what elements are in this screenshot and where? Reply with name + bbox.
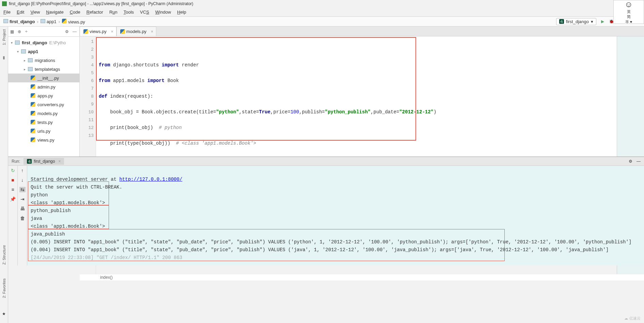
menu-edit[interactable]: Edit	[17, 10, 24, 15]
django-icon: dj	[27, 159, 32, 164]
close-icon[interactable]: ×	[58, 159, 61, 164]
rerun-button[interactable]: ↻	[11, 168, 15, 173]
run-label: Run:	[12, 159, 20, 164]
gear-icon[interactable]: ⚙	[65, 29, 70, 34]
collapse-icon[interactable]: ÷	[25, 29, 30, 34]
menu-tools[interactable]: Tools	[124, 10, 134, 15]
hide-icon[interactable]: —	[637, 159, 641, 164]
current-line-highlight	[96, 85, 617, 93]
tool-structure[interactable]: Z: Structure	[2, 245, 6, 264]
menu-file[interactable]: File	[3, 10, 11, 15]
run-button[interactable]: ▶	[600, 19, 605, 24]
tab-models[interactable]: models.py×	[116, 27, 156, 36]
bookmark-icon[interactable]: ▮	[3, 55, 5, 60]
function-breadcrumb[interactable]: index()	[80, 274, 644, 280]
wrap-icon[interactable]: ⇆	[19, 187, 26, 192]
run-console[interactable]: Starting development server at http://12…	[27, 166, 644, 265]
tree-migrations[interactable]: ▸migrations	[8, 56, 79, 65]
annotation-box-3	[28, 229, 505, 261]
crumb-app1[interactable]: app1	[41, 19, 57, 24]
python-file-icon	[31, 138, 35, 142]
python-file-icon	[31, 84, 35, 89]
menu-help[interactable]: Help	[177, 10, 186, 15]
menu-vcs[interactable]: VCS	[140, 10, 149, 15]
tree-app1[interactable]: ▾app1	[8, 47, 79, 56]
menubar: File Edit View Navigate Code Refactor Ru…	[0, 7, 644, 16]
star-icon[interactable]: ★	[2, 311, 6, 316]
python-file-icon	[62, 19, 67, 23]
tree-init[interactable]: __init__.py	[8, 74, 79, 82]
crumb-file[interactable]: views.py	[62, 19, 85, 25]
python-file-icon	[31, 93, 35, 98]
pin-icon[interactable]: 📌	[10, 196, 16, 202]
menu-run[interactable]: Run	[109, 10, 117, 15]
tree-models[interactable]: models.py	[8, 109, 79, 118]
menu-window[interactable]: Window	[155, 10, 171, 15]
tab-views[interactable]: views.py×	[80, 27, 116, 36]
scroll-icon[interactable]: ⇥	[20, 196, 25, 202]
tree-admin[interactable]: admin.py	[8, 82, 79, 91]
run-toolbar-2: ↑ ↓ ⇆ ⇥ 🖶 🗑	[18, 166, 27, 265]
folder-icon	[15, 41, 20, 45]
folder-icon	[28, 67, 33, 71]
tree-apps[interactable]: apps.py	[8, 91, 79, 100]
run-tab[interactable]: dj first_django ×	[23, 158, 64, 165]
python-file-icon	[31, 76, 35, 80]
run-panel: Run: dj first_django × ⚙ — ↻ ■ ≡ 📌 ↑ ↓ ⇆…	[8, 157, 644, 265]
close-icon[interactable]: ×	[111, 29, 113, 34]
left-tool-rail: 1: Project ▮	[0, 27, 8, 157]
print-icon[interactable]: 🖶	[20, 206, 25, 211]
folder-icon	[21, 49, 26, 53]
gear-icon[interactable]: ⚙	[629, 159, 632, 164]
menu-code[interactable]: Code	[70, 10, 80, 15]
project-panel: ▦ ⊕ ÷ ⚙ — ▾first_djangoE:\Pytho ▾app1 ▸m…	[8, 27, 80, 157]
chevron-right-icon: ›	[59, 19, 60, 24]
annotation-box-1	[28, 181, 109, 205]
select-opened-icon[interactable]: ⊕	[18, 29, 22, 34]
trash-icon[interactable]: 🗑	[20, 215, 25, 221]
run-toolbar-1: ↻ ■ ≡ 📌	[8, 166, 18, 265]
left-bottom-rail: Z: Structure 2: Favorites ★	[0, 157, 8, 323]
chevron-down-icon: ▾	[591, 19, 593, 24]
tree-converters[interactable]: converters.py	[8, 100, 79, 109]
down-icon[interactable]: ↓	[21, 177, 23, 183]
hide-icon[interactable]: —	[73, 29, 77, 34]
tool-favorites[interactable]: 2: Favorites	[2, 278, 6, 298]
pycharm-icon	[2, 1, 7, 6]
annotation-box-2	[28, 205, 109, 229]
project-tree[interactable]: ▾first_djangoE:\Pytho ▾app1 ▸migrations …	[8, 37, 79, 157]
tree-urls[interactable]: urls.py	[8, 127, 79, 135]
tree-templatetags[interactable]: ▸templatetags	[8, 65, 79, 74]
django-icon: dj	[559, 19, 564, 24]
menu-navigate[interactable]: Navigate	[46, 10, 63, 15]
up-icon[interactable]: ↑	[21, 168, 23, 173]
cloud-icon: ☁	[624, 316, 628, 321]
close-icon[interactable]: ×	[151, 29, 153, 34]
stop-button[interactable]: ■	[11, 177, 14, 183]
run-config-dropdown[interactable]: dj first_django ▾	[556, 18, 596, 25]
crumb-root[interactable]: first_django	[3, 19, 35, 24]
project-view-icon[interactable]: ▦	[10, 29, 15, 34]
folder-icon	[28, 58, 33, 62]
python-file-icon	[120, 29, 125, 34]
server-link[interactable]: http://127.0.0.1:8000/	[119, 177, 182, 182]
window-title: first_django [E:\PythonProject\first_dja…	[9, 1, 193, 6]
tool-project[interactable]: 1: Project	[2, 29, 6, 45]
folder-icon	[41, 19, 45, 23]
watermark: ☁ 亿速云	[624, 316, 641, 321]
tree-views[interactable]: views.py	[8, 135, 79, 144]
layout-icon[interactable]: ≡	[11, 187, 14, 192]
editor-tabbar: views.py× models.py×	[80, 27, 644, 36]
menu-refactor[interactable]: Refactor	[87, 10, 103, 15]
menu-view[interactable]: View	[30, 10, 40, 15]
tree-tests[interactable]: tests.py	[8, 118, 79, 127]
tree-root[interactable]: ▾first_djangoE:\Pytho	[8, 38, 79, 47]
python-file-icon	[31, 111, 35, 116]
chevron-right-icon: ›	[37, 19, 38, 24]
folder-icon	[3, 19, 8, 23]
navigation-bar: first_django › app1 › views.py dj first_…	[0, 16, 644, 27]
window-titlebar: first_django [E:\PythonProject\first_dja…	[0, 0, 644, 7]
ime-sticker: ☺ 英 简 半 ♥	[613, 0, 644, 24]
python-file-icon	[31, 129, 35, 133]
python-file-icon	[83, 29, 88, 34]
